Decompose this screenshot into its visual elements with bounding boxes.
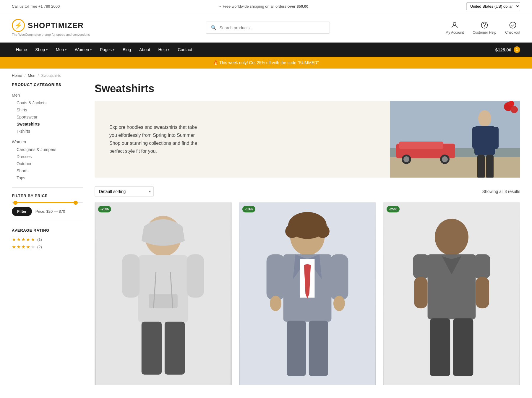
checkout-icon — [509, 21, 517, 29]
logo-text[interactable]: SHOPTIMIZER — [28, 21, 84, 30]
svg-point-21 — [508, 101, 514, 107]
filter-button[interactable]: Filter — [12, 207, 32, 216]
nav-women[interactable]: Women ▾ — [71, 43, 96, 57]
nav-shop[interactable]: Shop ▾ — [31, 43, 52, 57]
cart-badge: 1 — [514, 46, 520, 53]
rating-row-5[interactable]: ★ ★ ★ ★ ★ (1) — [12, 237, 83, 242]
svg-point-36 — [316, 225, 330, 238]
sidebar-item-dresses[interactable]: Dresses — [12, 153, 83, 160]
product-card-1[interactable]: -20% — [95, 202, 232, 389]
header: ⚡ SHOPTIMIZER The WooCommerce theme for … — [0, 13, 532, 43]
star-4: ★ — [26, 244, 30, 250]
currency-select[interactable]: United States (US) dollar — [466, 2, 520, 10]
sort-bar: Default sorting Sort by popularity Sort … — [95, 186, 520, 196]
sidebar-group-men[interactable]: Men — [12, 91, 83, 99]
filter-price-title: FILTER BY PRICE — [12, 194, 83, 198]
nav-help[interactable]: Help ▾ — [154, 43, 174, 57]
my-account-label: My Account — [445, 30, 464, 35]
price-slider-thumb-left[interactable] — [13, 201, 17, 205]
rating-count-5: (1) — [37, 237, 42, 242]
price-range-text: Price: $20 — $70 — [35, 209, 65, 214]
checkout-label: Checkout — [505, 30, 520, 35]
product-categories: PRODUCT CATEGORIES Men Coats & Jackets S… — [12, 82, 83, 181]
product-svg-2 — [239, 202, 376, 385]
svg-rect-30 — [142, 322, 162, 375]
nav-blog[interactable]: Blog — [119, 43, 135, 57]
nav-home[interactable]: Home — [12, 43, 31, 57]
products-grid: -20% — [95, 202, 520, 389]
sidebar: PRODUCT CATEGORIES Men Coats & Jackets S… — [12, 82, 83, 389]
sidebar-item-shorts[interactable]: Shorts — [12, 167, 83, 174]
sidebar-item-sweatshirts[interactable]: Sweatshirts — [12, 121, 83, 128]
nav-contact[interactable]: Contact — [173, 43, 196, 57]
my-account-button[interactable]: My Account — [445, 21, 464, 35]
main-nav: Home Shop ▾ Men ▾ Women ▾ Pages ▾ Blog A… — [0, 43, 532, 57]
breadcrumb-current: Sweatshirts — [41, 73, 61, 78]
breadcrumb-sep-2: / — [38, 73, 39, 78]
price-slider-thumb-right[interactable] — [74, 201, 78, 205]
svg-rect-8 — [399, 142, 443, 149]
product-svg-3 — [383, 202, 520, 385]
price-slider-fill — [15, 202, 76, 203]
sidebar-group-women[interactable]: Women — [12, 138, 83, 146]
sidebar-item-outdoor[interactable]: Outdoor — [12, 160, 83, 167]
checkout-button[interactable]: Checkout — [505, 21, 520, 35]
product-card-3[interactable]: -25% — [383, 202, 520, 389]
svg-rect-57 — [453, 318, 473, 376]
svg-rect-55 — [476, 277, 489, 308]
nav-left: Home Shop ▾ Men ▾ Women ▾ Pages ▾ Blog A… — [12, 43, 196, 57]
price-slider-track[interactable] — [12, 202, 83, 203]
svg-point-49 — [435, 219, 468, 255]
breadcrumb-men[interactable]: Men — [28, 73, 35, 78]
sort-select-wrapper[interactable]: Default sorting Sort by popularity Sort … — [95, 186, 154, 196]
cart-price: $125.00 — [495, 47, 511, 52]
banner-text-area: Explore hoodies and sweatshirts that tak… — [95, 101, 390, 178]
sidebar-item-sportswear[interactable]: Sportswear — [12, 113, 83, 121]
nav-pages[interactable]: Pages ▾ — [96, 43, 119, 57]
product-card-2[interactable]: -13% — [239, 202, 376, 389]
svg-point-2 — [484, 27, 485, 27]
sidebar-item-tshirts[interactable]: T-shirts — [12, 128, 83, 135]
search-icon: 🔍 — [211, 25, 217, 30]
svg-rect-16 — [493, 127, 499, 149]
svg-point-0 — [453, 22, 456, 25]
star-2: ★ — [17, 237, 21, 242]
product-badge-3: -25% — [387, 206, 400, 212]
customer-help-button[interactable]: Customer Help — [473, 21, 496, 35]
shipping-text: → Free worldwide shipping on all orders … — [218, 4, 308, 9]
banner-image — [390, 101, 520, 178]
top-bar: Call us toll free +1 789 2000 → Free wor… — [0, 0, 532, 13]
search-bar[interactable]: 🔍 — [206, 22, 330, 34]
svg-point-13 — [478, 110, 491, 127]
svg-rect-52 — [413, 254, 429, 278]
header-icons: My Account Customer Help Checkout — [445, 21, 520, 35]
promo-banner: 🔥 This week only! Get 25% off with the c… — [0, 57, 532, 69]
star-1: ★ — [12, 237, 16, 242]
content: Sweatshirts Explore hoodies and sweatshi… — [95, 82, 520, 389]
svg-rect-53 — [474, 254, 490, 278]
nav-cart[interactable]: $125.00 1 — [495, 46, 520, 53]
star-4: ★ — [26, 237, 30, 242]
star-2: ★ — [17, 244, 21, 250]
star-5: ★ — [31, 237, 35, 242]
rating-count-4: (2) — [37, 245, 42, 249]
logo-icon: ⚡ — [12, 19, 25, 32]
nav-men[interactable]: Men ▾ — [52, 43, 71, 57]
nav-about[interactable]: About — [135, 43, 154, 57]
person-icon — [450, 21, 459, 29]
svg-rect-18 — [486, 155, 494, 178]
sidebar-item-tops[interactable]: Tops — [12, 174, 83, 181]
rating-row-4[interactable]: ★ ★ ★ ★ ★ (2) — [12, 244, 83, 250]
product-badge-1: -20% — [98, 206, 111, 212]
sort-select[interactable]: Default sorting Sort by popularity Sort … — [95, 186, 154, 196]
sidebar-divider-2 — [12, 222, 83, 222]
sidebar-item-shirts[interactable]: Shirts — [12, 106, 83, 113]
customer-help-label: Customer Help — [473, 30, 496, 35]
breadcrumb: Home / Men / Sweatshirts — [0, 69, 532, 82]
breadcrumb-home[interactable]: Home — [12, 73, 22, 78]
page-title: Sweatshirts — [95, 82, 520, 95]
sidebar-item-coats-jackets[interactable]: Coats & Jackets — [12, 99, 83, 106]
svg-rect-17 — [477, 155, 485, 178]
search-input[interactable] — [220, 25, 325, 30]
sidebar-item-cardigans[interactable]: Cardigans & Jumpers — [12, 146, 83, 153]
